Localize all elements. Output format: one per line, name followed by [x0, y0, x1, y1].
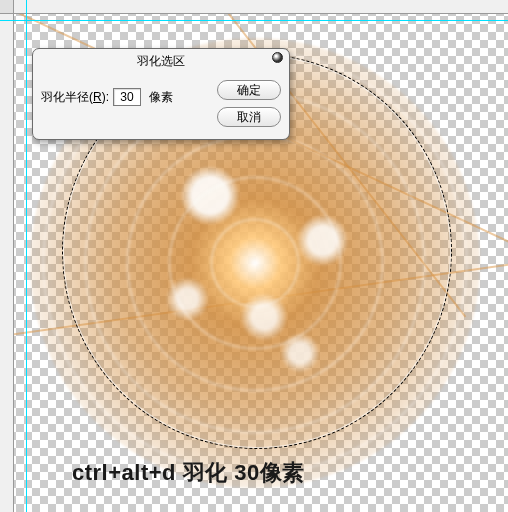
- guide-vertical[interactable]: [26, 0, 27, 512]
- instruction-caption: ctrl+alt+d 羽化 30像素: [72, 458, 305, 488]
- ok-button[interactable]: 确定: [217, 80, 281, 100]
- guide-horizontal[interactable]: [0, 20, 508, 21]
- ruler-vertical[interactable]: [0, 0, 14, 512]
- dialog-title-text: 羽化选区: [137, 54, 185, 68]
- feather-radius-input[interactable]: [113, 88, 141, 106]
- feather-dialog: 羽化选区 羽化半径(R): 像素 确定 取消: [32, 48, 290, 140]
- cancel-button[interactable]: 取消: [217, 107, 281, 127]
- ruler-corner: [0, 0, 14, 14]
- feather-radius-label: 羽化半径(R):: [41, 89, 109, 106]
- ruler-horizontal[interactable]: [0, 0, 508, 14]
- feather-radius-row: 羽化半径(R): 像素: [41, 88, 173, 106]
- dialog-titlebar[interactable]: 羽化选区: [33, 49, 289, 75]
- close-icon[interactable]: [272, 52, 283, 63]
- unit-label: 像素: [149, 89, 173, 106]
